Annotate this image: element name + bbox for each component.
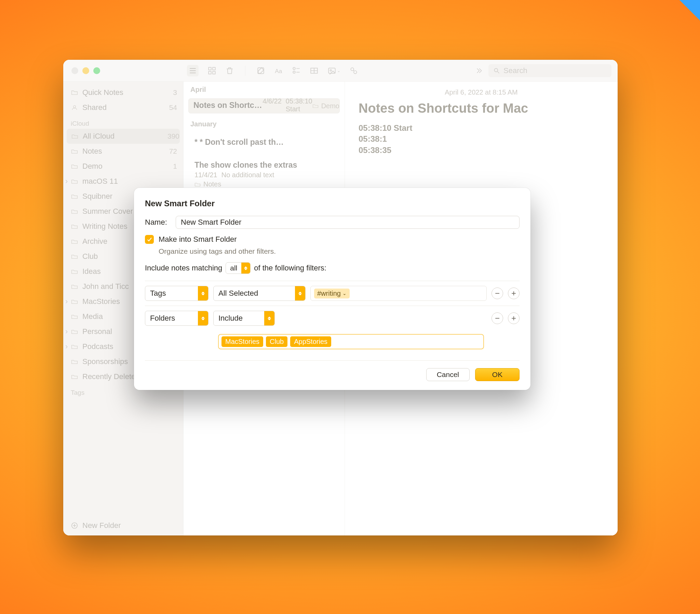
sidebar-item-label: Writing Notes [83,222,127,231]
note-item-title: The show clones the extras [195,161,334,170]
folder-token[interactable]: AppStories [290,336,331,347]
ok-button[interactable]: OK [475,368,520,381]
note-list-item[interactable]: * * Don't scroll past th… [188,133,340,153]
close-window-button[interactable] [72,67,78,74]
maximize-window-button[interactable] [93,67,100,74]
sidebar-item-label: Media [83,312,103,321]
svg-point-11 [293,71,295,74]
filter-folders-token-field[interactable]: MacStories Club AppStories [218,334,484,349]
format-text-icon[interactable]: Aa [274,66,283,75]
name-label: Name: [145,218,170,227]
remove-filter-button[interactable]: − [491,287,503,299]
trash-icon[interactable] [225,66,234,75]
minimize-window-button[interactable] [83,67,89,74]
note-item-title: * * Don't scroll past th… [195,138,334,147]
search-placeholder: Search [503,66,527,75]
folder-icon [71,178,78,184]
sidebar-item[interactable]: macOS 11 [63,174,183,189]
svg-line-22 [498,72,499,73]
folder-name-input[interactable] [176,216,520,229]
include-suffix: of the following filters: [254,264,326,272]
search-icon [493,67,500,74]
make-smart-folder-checkbox[interactable] [145,235,154,244]
link-note-icon[interactable] [349,66,358,75]
filter-tag-value-field[interactable]: #writing⌄ [310,286,487,301]
include-prefix: Include notes matching [145,264,222,272]
sidebar-item-quick-notes[interactable]: Quick Notes 3 [63,85,183,100]
folder-icon [71,329,78,335]
cancel-button[interactable]: Cancel [426,368,470,381]
compose-icon[interactable] [257,66,265,75]
filter-attribute-select[interactable]: Folders [145,311,209,326]
list-group-header: April [184,81,345,95]
list-group-header: January [184,116,345,130]
chevron-down-icon: ⌄ [342,291,347,296]
note-list-item[interactable]: Notes on Shortcuts for Mac4/6/2205:38:10… [188,98,340,113]
sidebar-item-label: John and Ticc [83,282,129,291]
folder-icon [71,148,78,154]
note-line: 05:38:10 Start [359,123,604,133]
make-smart-folder-help: Organize using tags and other filters. [159,247,520,255]
sidebar-item[interactable]: Demo1 [63,159,183,174]
sidebar-item-label: Club [83,252,98,261]
new-folder-button[interactable]: New Folder [63,515,183,536]
folder-icon [71,208,78,215]
sidebar-item-count: 72 [169,147,177,155]
stepper-arrows-icon [198,286,208,300]
sidebar-item-label: Demo [83,162,102,171]
grid-view-icon[interactable] [208,66,216,75]
add-filter-button[interactable]: + [508,287,520,299]
note-list-item[interactable]: The show clones the extras11/4/21No addi… [188,156,340,193]
sidebar-section-icloud: iCloud [63,115,183,129]
folder-icon [71,193,78,200]
list-view-icon[interactable] [187,65,199,77]
filter-operator-select[interactable]: Include [213,311,275,326]
svg-point-19 [354,71,357,74]
stepper-arrows-icon [241,263,250,273]
remove-filter-button[interactable]: − [491,312,503,324]
match-mode-select[interactable]: all [226,262,251,274]
folder-icon [71,238,78,244]
table-icon[interactable] [310,66,318,75]
sidebar-item-count: 390 [167,132,179,140]
sidebar-item-count: 3 [173,88,177,97]
svg-point-23 [74,105,76,108]
svg-rect-3 [209,67,211,70]
filter-operator-value: Include [218,314,243,323]
folder-token[interactable]: Club [266,336,287,347]
search-field[interactable]: Search [488,64,612,77]
note-item-title: Notes on Shortcuts for Mac [193,101,262,110]
note-item-date: 11/4/21 [195,171,217,179]
folder-icon [71,163,78,169]
sidebar-item[interactable]: All iCloud390 [67,129,180,144]
stepper-arrows-icon [295,286,305,300]
svg-point-9 [293,67,295,70]
note-item-folder: Demo [312,102,339,110]
note-item-preview: 05:38:10 Start [286,97,312,113]
folder-icon [71,89,78,95]
sidebar-item-label: Sponsorships [83,357,128,366]
add-filter-button[interactable]: + [508,312,520,324]
sidebar-item[interactable]: Notes72 [63,144,183,159]
sidebar-item-label: Recently Deleted [83,372,140,381]
sidebar-item-label: MacStories [83,297,120,306]
stepper-arrows-icon [198,311,208,325]
overflow-icon[interactable] [474,66,483,75]
checklist-icon[interactable] [292,66,301,75]
sidebar-item-shared[interactable]: Shared 54 [63,100,183,115]
folder-icon [71,344,78,350]
plus-circle-icon [71,522,78,529]
folder-token[interactable]: MacStories [222,336,263,347]
sidebar-item-label: Personal [83,327,112,336]
sidebar-item-count: 1 [173,162,177,170]
folder-icon [71,298,78,305]
filter-operator-select[interactable]: All Selected [213,286,305,301]
svg-point-21 [494,68,498,72]
svg-line-20 [353,70,354,71]
tag-token[interactable]: #writing⌄ [314,289,350,298]
filter-attribute-select[interactable]: Tags [145,286,209,301]
shared-icon [71,104,78,111]
match-mode-value: all [226,264,241,272]
media-icon[interactable]: ⌄ [327,66,340,75]
folder-icon [71,133,79,139]
